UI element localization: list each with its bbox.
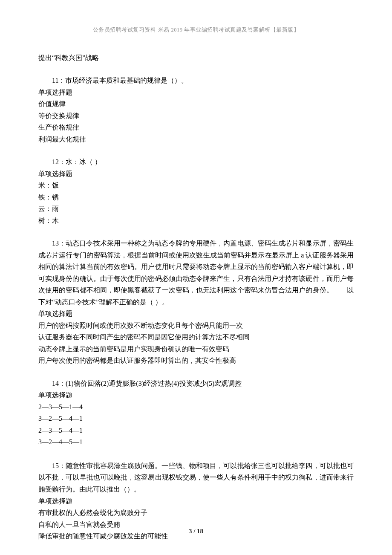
option: 米：饭 [38,179,354,191]
page-header: 公务员招聘考试复习资料-米易 2019 年事业编招聘考试真题及答案解析【最新版】 [38,26,354,35]
question-stem: 13：动态口令技术采用一种称之为动态令牌的专用硬件，内置电源、密码生成芯片和显示… [38,237,354,308]
option: 有审批权的人必然会蜕化为腐败分子 [38,507,354,519]
option: 云：雨 [38,203,354,215]
option: 2—3—5—1—4 [38,401,354,413]
question-type: 单项选择题 [38,389,354,401]
option: 认证服务器在不同时间产生的密码不同是因它使用的计算方法不尽相同 [38,331,354,343]
option: 动态令牌上显示的当前密码是用户实现身份确认的唯一有效密码 [38,343,354,355]
question-14: 14：(1)物价回落(2)通货膨胀(3)经济过热(4)投资减少(5)宏观调控 单… [38,378,354,448]
question-stem: 14：(1)物价回落(2)通货膨胀(3)经济过热(4)投资减少(5)宏观调控 [38,378,354,390]
question-type: 单项选择题 [38,308,354,320]
question-11: 11：市场经济最本质和最基础的规律是（）。 单项选择题 价值规律 等价交换规律 … [38,75,354,145]
document-page: 公务员招聘考试复习资料-米易 2019 年事业编招聘考试真题及答案解析【最新版】… [0,0,392,555]
option: 3—2—4—5—1 [38,436,354,448]
option: 2—3—5—4—1 [38,425,354,436]
option: 价值规律 [38,98,354,110]
question-13: 13：动态口令技术采用一种称之为动态令牌的专用硬件，内置电源、密码生成芯片和显示… [38,237,354,367]
option: 铁：锈 [38,191,354,203]
question-stem: 15：随意性审批容易滋生腐败问题。一些钱、物和项目，可以批给张三也可以批给李四，… [38,460,354,495]
prelude-text: 提出“科教兴国”战略 [38,52,354,64]
option: 用户的密码按照时间或使用次数不断动态变化且每个密码只能用一次 [38,320,354,332]
question-type: 单项选择题 [38,87,354,98]
question-12: 12：水：冰（ ） 单项选择题 米：饭 铁：锈 云：雨 树：木 [38,156,354,226]
option: 生产价格规律 [38,121,354,133]
question-type: 单项选择题 [38,168,354,180]
option: 3—2—5—4—1 [38,413,354,425]
question-stem: 11：市场经济最本质和最基础的规律是（）。 [38,75,354,87]
option: 树：木 [38,215,354,227]
question-stem: 12：水：冰（ ） [38,156,354,168]
option: 利润最大化规律 [38,133,354,145]
option: 用户每次使用的密码都是由认证服务器即时算出的，其安全性极高 [38,355,354,367]
option: 等价交换规律 [38,110,354,122]
question-type: 单项选择题 [38,495,354,507]
page-number: 3 / 18 [0,526,392,537]
